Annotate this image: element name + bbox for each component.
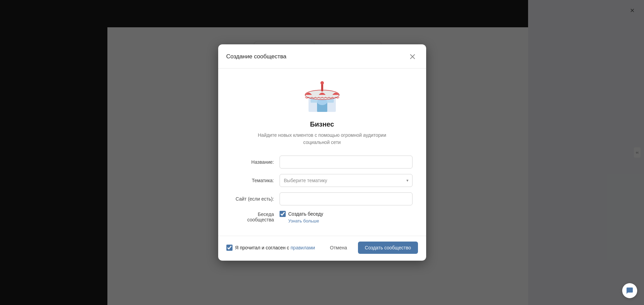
community-type-title: Бизнес	[232, 120, 413, 128]
site-field-row: Сайт (если есть):	[232, 192, 413, 205]
conversation-checkbox[interactable]	[280, 211, 286, 217]
business-store-icon	[302, 79, 343, 114]
modal-close-button[interactable]	[407, 51, 418, 62]
theme-select[interactable]: Выберите тематику IT Бизнес Развлечения …	[280, 174, 413, 187]
agree-checkbox-row: Я прочитал и согласен с правилами	[226, 245, 319, 251]
modal-header: Создание сообщества	[218, 44, 426, 69]
learn-more-link[interactable]: Узнать больше	[288, 218, 413, 223]
chat-icon	[626, 287, 633, 294]
close-icon	[410, 54, 415, 59]
name-label: Название:	[232, 159, 280, 165]
store-illustration	[232, 79, 413, 114]
name-field-row: Название:	[232, 156, 413, 169]
site-input[interactable]	[280, 192, 413, 205]
rules-link[interactable]: правилами	[290, 245, 315, 250]
community-type-desc: Найдите новых клиентов с помощью огромно…	[251, 132, 394, 146]
modal-body: Бизнес Найдите новых клиентов с помощью …	[218, 69, 426, 236]
conversation-content: Создать беседу Узнать больше	[280, 211, 413, 223]
site-label: Сайт (если есть):	[232, 196, 280, 202]
svg-point-7	[320, 81, 324, 85]
theme-field-row: Тематика: Выберите тематику IT Бизнес Ра…	[232, 174, 413, 187]
agree-text[interactable]: Я прочитал и согласен с правилами	[235, 245, 315, 250]
theme-select-wrapper: Выберите тематику IT Бизнес Развлечения …	[280, 174, 413, 187]
conversation-field-row: Беседа сообщества Создать беседу Узнать …	[232, 211, 413, 223]
conversation-checkbox-label[interactable]: Создать беседу	[288, 211, 323, 217]
chat-bubble-button[interactable]	[622, 283, 637, 298]
create-community-button[interactable]: Создать сообщество	[358, 242, 418, 254]
cancel-button[interactable]: Отмена	[325, 242, 353, 253]
conversation-label: Беседа сообщества	[232, 211, 280, 222]
conversation-checkbox-row: Создать беседу	[280, 211, 413, 217]
create-community-modal: Создание сообщества	[218, 44, 426, 261]
theme-label: Тематика:	[232, 178, 280, 183]
modal-title: Создание сообщества	[226, 53, 287, 60]
agree-checkbox[interactable]	[226, 245, 233, 251]
modal-backdrop: Создание сообщества	[0, 0, 644, 305]
modal-footer: Я прочитал и согласен с правилами Отмена…	[218, 236, 426, 261]
name-input[interactable]	[280, 156, 413, 169]
create-community-form: Название: Тематика: Выберите тематику IT…	[232, 156, 413, 223]
